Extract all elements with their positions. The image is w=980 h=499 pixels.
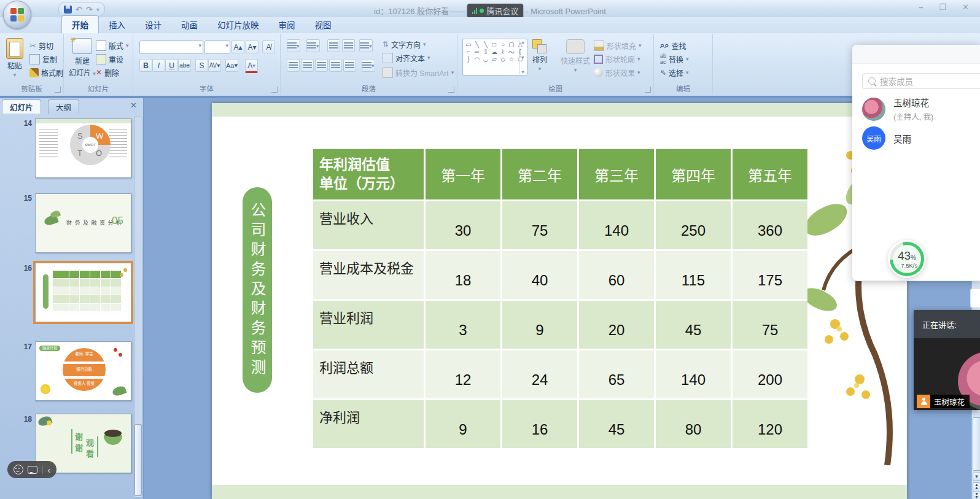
slides-panel-scrollbar[interactable]: [134, 117, 142, 498]
reset-button[interactable]: 重设: [96, 53, 123, 65]
grow-font-button[interactable]: A▴: [231, 41, 244, 53]
slide-thumbnail-15[interactable]: 财 务 及 融 资 分 析 05: [35, 193, 131, 253]
format-painter-button[interactable]: 格式刷: [29, 66, 63, 79]
font-color-button[interactable]: A▾: [245, 59, 258, 73]
align-right-button[interactable]: [315, 59, 328, 72]
shapes-scroll[interactable]: ▲▼▼: [519, 40, 526, 74]
next-slide-button[interactable]: ▼▼: [973, 492, 980, 499]
panel-close-icon[interactable]: ✕: [130, 101, 137, 110]
cut-button[interactable]: ✂剪切: [29, 39, 53, 52]
text-shadow-button[interactable]: S: [195, 59, 208, 72]
restore-button[interactable]: ❐: [939, 2, 946, 12]
new-slide-button[interactable]: ✳ 新建 幻灯片 ▾: [69, 38, 96, 77]
find-button[interactable]: ⌕⌕查找: [660, 39, 686, 52]
line-spacing-button[interactable]: ▾: [359, 39, 373, 52]
arrange-icon: [532, 39, 547, 53]
font-name-combo[interactable]: [139, 41, 203, 54]
shape-fill-button[interactable]: 形状填充▾: [594, 39, 642, 52]
slide-number: 18: [18, 415, 32, 424]
change-case-button[interactable]: Aa▾: [225, 59, 238, 72]
office-button[interactable]: [3, 1, 31, 29]
shape-outline-button[interactable]: 形状轮廓▾: [594, 53, 640, 65]
slide-thumbnail-14[interactable]: SWOT S W T O: [35, 118, 131, 178]
increase-indent-button[interactable]: [342, 39, 355, 52]
shapes-gallery[interactable]: ▭╲╲□○▢△ ⌐⇨⇩☁⌇〜{ }◠◡▱◇☆⬠ ▲▼▼: [462, 39, 527, 75]
slide-canvas[interactable]: 公司财务及财务预测 年利润估值 单位（万元） 第一年 第二年 第三年 第四年 第…: [212, 103, 907, 499]
copy-button[interactable]: 复制: [29, 53, 57, 65]
layout-button[interactable]: 版式▾: [96, 39, 129, 52]
close-button[interactable]: ✕: [962, 2, 969, 12]
paste-dropdown-icon[interactable]: ▾: [14, 72, 17, 78]
decrease-indent-button[interactable]: [327, 39, 340, 52]
minimize-button[interactable]: –: [919, 2, 923, 12]
text-direction-button[interactable]: ⇅文字方向▾: [383, 38, 426, 50]
profit-forecast-table[interactable]: 年利润估值 单位（万元） 第一年 第二年 第三年 第四年 第五年 营业收入 30…: [313, 149, 807, 448]
align-text-button[interactable]: 对齐文本▾: [383, 52, 430, 64]
tab-review[interactable]: 审阅: [269, 16, 305, 33]
member-row[interactable]: 吴雨 吴雨: [862, 126, 911, 150]
tab-home[interactable]: 开始: [61, 15, 99, 33]
table-cell: 24: [502, 350, 577, 398]
convert-smartart-button[interactable]: 转换为 SmartArt▾: [383, 66, 454, 79]
meeting-badge[interactable]: 腾讯会议: [467, 4, 523, 18]
font-size-combo[interactable]: [204, 41, 230, 54]
drawing-dialog-launcher[interactable]: [645, 87, 651, 93]
columns-button[interactable]: ▾: [362, 59, 375, 72]
paragraph-dialog-launcher[interactable]: [448, 87, 454, 93]
redo-icon[interactable]: ↷: [86, 5, 93, 14]
align-left-button[interactable]: [287, 59, 300, 72]
undo-icon[interactable]: ↶: [76, 5, 82, 14]
shrink-font-button[interactable]: A▾: [246, 41, 259, 53]
scroll-down-button[interactable]: ▼: [973, 473, 980, 481]
delete-button[interactable]: ✕删除: [96, 66, 119, 79]
tab-slides-thumbnails[interactable]: 幻灯片: [2, 99, 41, 114]
bold-button[interactable]: B: [139, 59, 152, 72]
group-label-font: 字体: [133, 83, 280, 93]
save-icon[interactable]: [64, 6, 72, 14]
member-search-input[interactable]: 搜索成员: [862, 73, 980, 89]
slide-thumbnail-17[interactable]: 融资计划 老师, 学生 银行贷款 投资人 投资: [35, 341, 131, 401]
previous-slide-button[interactable]: ▲▲: [973, 482, 980, 492]
distribute-button[interactable]: [343, 59, 356, 72]
table-cell: 16: [502, 400, 577, 448]
network-status-ring[interactable]: 43% ↑ 7.5K/s: [888, 240, 926, 278]
panel-collapse-handle[interactable]: [970, 288, 980, 308]
table-cell: 18: [426, 251, 500, 299]
tab-outline[interactable]: 大纲: [48, 99, 79, 114]
replace-button[interactable]: abac替换▾: [660, 53, 689, 65]
group-label-drawing: 绘图: [457, 83, 653, 93]
tab-slideshow[interactable]: 幻灯片放映: [208, 16, 269, 33]
tab-design[interactable]: 设计: [135, 16, 171, 33]
chat-icon[interactable]: [28, 466, 37, 474]
tab-insert[interactable]: 插入: [99, 16, 135, 33]
qat-dropdown-icon[interactable]: ▾: [96, 6, 99, 13]
font-dialog-launcher[interactable]: [271, 87, 278, 93]
section-side-label[interactable]: 公司财务及财务预测: [243, 187, 272, 393]
clear-formatting-button[interactable]: A̸: [262, 41, 275, 53]
tab-animations[interactable]: 动画: [171, 16, 208, 33]
bullets-button[interactable]: ▾: [287, 39, 300, 52]
justify-button[interactable]: [329, 59, 342, 72]
strikethrough-button[interactable]: abe: [178, 59, 191, 72]
emoji-icon[interactable]: [14, 465, 23, 474]
slides-panel-scroll-thumb[interactable]: [134, 424, 142, 496]
editor-scroll-thumb[interactable]: [973, 417, 980, 471]
arrange-button[interactable]: 排列 ▾: [532, 39, 547, 72]
collapse-left-icon[interactable]: ‹: [47, 465, 50, 474]
align-center-button[interactable]: [301, 59, 314, 72]
shape-effects-button[interactable]: 形状效果▾: [594, 66, 640, 79]
speaker-video-feed[interactable]: 玉树琼花: [914, 338, 980, 410]
paste-button[interactable]: 粘贴 ▾: [6, 38, 23, 78]
slide-thumbnail-16-selected[interactable]: [35, 263, 131, 322]
smartart-icon: [383, 68, 393, 78]
character-spacing-button[interactable]: AV▾: [208, 59, 221, 72]
member-row-host[interactable]: 玉树琼花 (主持人, 我): [862, 96, 933, 122]
tab-view[interactable]: 视图: [305, 16, 341, 33]
numbering-button[interactable]: ▾: [306, 39, 320, 52]
underline-button[interactable]: U: [165, 59, 178, 72]
italic-button[interactable]: I: [152, 59, 165, 72]
select-button[interactable]: ⇖选择▾: [660, 66, 689, 79]
clipboard-dialog-launcher[interactable]: [55, 87, 61, 93]
speaking-video-panel[interactable]: 正在讲话: 玉树琼花: [914, 310, 980, 410]
quick-styles-button[interactable]: 快速样式 ▾: [561, 39, 590, 73]
